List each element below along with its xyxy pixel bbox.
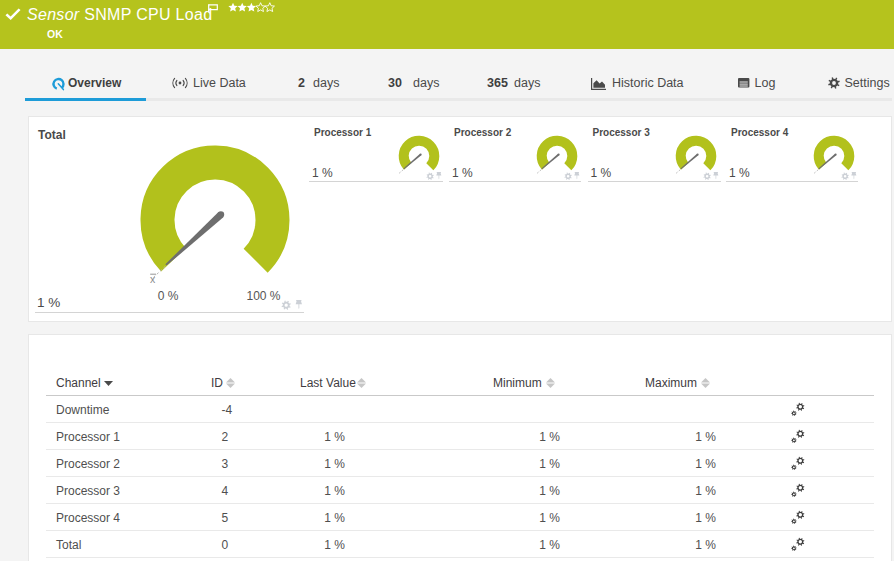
- svg-text:x: x: [150, 273, 156, 285]
